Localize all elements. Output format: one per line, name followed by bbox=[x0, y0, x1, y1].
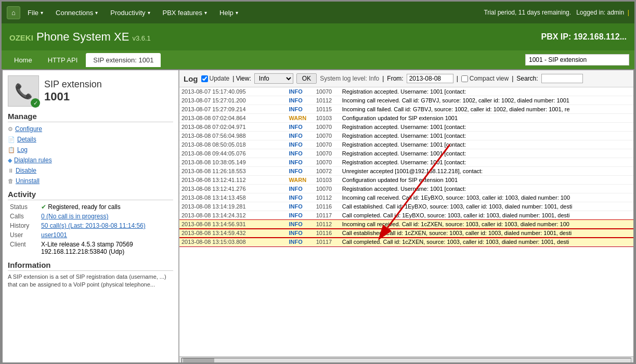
history-row: History 50 call(s) (Last: 2013-08-08 11:… bbox=[8, 221, 173, 230]
ok-button[interactable]: OK bbox=[296, 73, 317, 84]
log-level: INFO bbox=[287, 238, 314, 246]
log-code: 10112 bbox=[314, 220, 340, 229]
bottom-scrollbar[interactable] bbox=[179, 356, 633, 364]
log-code: 10115 bbox=[314, 105, 340, 114]
log-level: INFO bbox=[287, 220, 314, 229]
log-row[interactable]: 2013-08-08 10:38:05.149 INFO 10070 Regis… bbox=[179, 158, 633, 167]
system-log-level: System log level: Info bbox=[320, 75, 379, 82]
log-code: 10117 bbox=[314, 211, 340, 220]
log-row[interactable]: 2013-08-08 13:15:03.808 INFO 10117 Call … bbox=[179, 238, 633, 246]
activity-title: Activity bbox=[8, 190, 173, 200]
global-search-input[interactable] bbox=[525, 54, 629, 66]
status-value: ✔ Registered, ready for calls bbox=[39, 202, 173, 212]
from-label: From: bbox=[387, 75, 403, 82]
search-label: Search: bbox=[516, 75, 538, 82]
user-value: user1001 bbox=[39, 230, 173, 240]
log-message: Registration accepted. Username: 1001 [c… bbox=[340, 123, 633, 132]
log-row[interactable]: 2013-08-08 13:14:56.931 INFO 10112 Incom… bbox=[179, 220, 633, 229]
nav-left: ⌂ File ▾ Connections ▾ Productivity ▾ PB… bbox=[7, 6, 243, 20]
log-timestamp: 2013-08-07 15:27:01.200 bbox=[179, 96, 287, 105]
dialplan-link[interactable]: Dialplan rules bbox=[14, 157, 52, 164]
status-row: Status ✔ Registered, ready for calls bbox=[8, 202, 173, 212]
log-row[interactable]: 2013-08-08 13:12:41.276 INFO 10070 Regis… bbox=[179, 185, 633, 193]
log-timestamp: 2013-08-08 13:14:13.458 bbox=[179, 193, 287, 202]
calls-row: Calls 0 (No call is in progress) bbox=[8, 212, 173, 221]
log-row[interactable]: 2013-08-08 13:14:59.432 INFO 10116 Call … bbox=[179, 229, 633, 238]
log-row[interactable]: 2013-08-08 13:14:24.312 INFO 10117 Call … bbox=[179, 211, 633, 220]
calls-link[interactable]: 0 (No call is in progress) bbox=[41, 213, 108, 220]
home-button[interactable]: ⌂ bbox=[7, 6, 20, 19]
log-code: 10112 bbox=[314, 193, 340, 202]
log-level: INFO bbox=[287, 211, 314, 220]
details-link-row: 📄 Details bbox=[8, 135, 173, 144]
log-level: INFO bbox=[287, 167, 314, 176]
connections-chevron-icon: ▾ bbox=[95, 10, 98, 16]
log-message: Configuration updated for SIP extension … bbox=[340, 114, 633, 123]
log-message: Incoming call received. Call id: G7BVJ, … bbox=[340, 96, 633, 105]
nav-pbx-features[interactable]: PBX features ▾ bbox=[158, 6, 213, 20]
log-table-container[interactable]: 2013-08-07 15:17:40.095 INFO 10070 Regis… bbox=[179, 87, 633, 356]
extension-header: 📞 ✓ SIP extension 1001 bbox=[8, 75, 173, 107]
update-checkbox[interactable] bbox=[201, 75, 208, 82]
log-row[interactable]: 2013-08-08 11:26:18.553 INFO 10072 Unreg… bbox=[179, 167, 633, 176]
log-row[interactable]: 2013-08-08 07:56:04.988 INFO 10070 Regis… bbox=[179, 132, 633, 140]
details-link[interactable]: Details bbox=[17, 136, 36, 143]
log-row[interactable]: 2013-08-08 07:02:04.864 WARN 10103 Confi… bbox=[179, 114, 633, 123]
log-message: Configuration updated for SIP extension … bbox=[340, 176, 633, 185]
log-row[interactable]: 2013-08-07 15:27:09.214 INFO 10115 Incom… bbox=[179, 105, 633, 114]
log-code: 10112 bbox=[314, 96, 340, 105]
status-label: Status bbox=[8, 202, 39, 212]
log-timestamp: 2013-08-08 13:14:24.312 bbox=[179, 211, 287, 220]
extension-number: 1001 bbox=[44, 90, 102, 103]
uninstall-link[interactable]: Uninstall bbox=[16, 177, 40, 185]
log-code: 10070 bbox=[314, 158, 340, 167]
user-link[interactable]: user1001 bbox=[41, 231, 67, 239]
log-timestamp: 2013-08-07 15:27:09.214 bbox=[179, 105, 287, 114]
configure-link[interactable]: Configure bbox=[15, 125, 42, 133]
scrollbar-thumb[interactable] bbox=[183, 358, 214, 363]
log-link-row: 📋 Log bbox=[8, 145, 173, 154]
from-date-input[interactable] bbox=[407, 74, 453, 83]
log-message: Registration accepted. Username: 1001 [c… bbox=[340, 158, 633, 167]
view-select[interactable]: Info Debug Warning Error bbox=[254, 73, 293, 84]
log-level: INFO bbox=[287, 140, 314, 149]
log-timestamp: 2013-08-08 13:14:19.281 bbox=[179, 202, 287, 211]
log-link[interactable]: Log bbox=[17, 146, 28, 153]
disable-link-row: ⏸ Disable bbox=[8, 166, 173, 175]
log-row[interactable]: 2013-08-08 13:14:13.458 INFO 10112 Incom… bbox=[179, 193, 633, 202]
nav-file[interactable]: File ▾ bbox=[22, 6, 48, 20]
log-level: INFO bbox=[287, 87, 314, 96]
search-input[interactable] bbox=[541, 74, 583, 83]
calls-value: 0 (No call is in progress) bbox=[39, 212, 173, 221]
compact-checkbox[interactable] bbox=[461, 75, 468, 82]
log-code: 10070 bbox=[314, 123, 340, 132]
view-label: | View: bbox=[232, 75, 251, 82]
pbxfeatures-chevron-icon: ▾ bbox=[204, 10, 207, 16]
log-row[interactable]: 2013-08-08 09:44:05.076 INFO 10070 Regis… bbox=[179, 149, 633, 158]
brand-bar: ozeki Phone System XE v3.6.1 PBX IP: 192… bbox=[2, 23, 634, 50]
sec-nav-http-api[interactable]: HTTP API bbox=[41, 53, 85, 67]
log-row[interactable]: 2013-08-07 15:17:40.095 INFO 10070 Regis… bbox=[179, 87, 633, 96]
sec-nav-home[interactable]: Home bbox=[7, 53, 40, 67]
history-link[interactable]: 50 call(s) (Last: 2013-08-08 11:14:56) bbox=[41, 222, 146, 229]
log-row[interactable]: 2013-08-07 15:27:01.200 INFO 10112 Incom… bbox=[179, 96, 633, 105]
phone-icon: 📞 ✓ bbox=[8, 75, 39, 107]
log-icon: 📋 bbox=[8, 147, 15, 153]
sec-nav-sip-extension[interactable]: SIP extension: 1001 bbox=[86, 53, 161, 67]
log-row[interactable]: 2013-08-08 07:02:04.971 INFO 10070 Regis… bbox=[179, 123, 633, 132]
client-row: Client X-Lite release 4.5.3 stamp 70569 … bbox=[8, 240, 173, 256]
log-level: WARN bbox=[287, 114, 314, 123]
log-level: INFO bbox=[287, 185, 314, 193]
nav-productivity[interactable]: Productivity ▾ bbox=[105, 6, 155, 20]
log-code: 10070 bbox=[314, 140, 340, 149]
disable-link[interactable]: Disable bbox=[16, 167, 36, 174]
brand-left: ozeki Phone System XE v3.6.1 bbox=[9, 30, 151, 44]
nav-help[interactable]: Help ▾ bbox=[214, 6, 243, 20]
log-timestamp: 2013-08-08 13:14:56.931 bbox=[179, 220, 287, 229]
log-row[interactable]: 2013-08-08 13:14:19.281 INFO 10116 Call … bbox=[179, 202, 633, 211]
log-row[interactable]: 2013-08-08 13:12:41.112 WARN 10103 Confi… bbox=[179, 176, 633, 185]
log-message: Registration accepted. Username: 1001 [c… bbox=[340, 87, 633, 96]
user-label: User bbox=[8, 230, 39, 240]
nav-connections[interactable]: Connections ▾ bbox=[50, 6, 103, 20]
log-row[interactable]: 2013-08-08 08:50:05.018 INFO 10070 Regis… bbox=[179, 140, 633, 149]
